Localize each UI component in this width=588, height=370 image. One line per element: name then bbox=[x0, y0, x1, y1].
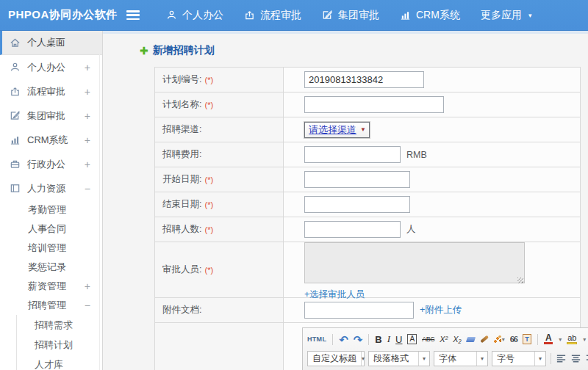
paste-text-button[interactable]: T bbox=[523, 334, 532, 344]
caret-down-icon[interactable]: ▾ bbox=[583, 336, 586, 343]
page-title: 新增招聘计划 bbox=[153, 44, 215, 57]
form-row-start-date: 开始日期: (*) bbox=[155, 167, 580, 192]
highlight-button[interactable]: ab bbox=[567, 334, 577, 344]
required-mark: (*) bbox=[204, 76, 213, 84]
expand-icon[interactable]: + bbox=[85, 110, 90, 122]
sidebar-item-rewards[interactable]: 奖惩记录 bbox=[0, 258, 102, 277]
approvers-textarea[interactable] bbox=[304, 242, 525, 283]
select-placeholder: 请选择渠道 bbox=[309, 123, 356, 137]
nav-item-workflow-approval[interactable]: 流程审批 bbox=[244, 9, 301, 22]
sidebar-item-recruit-mgmt[interactable]: 招聘管理 − bbox=[0, 296, 102, 315]
form-row-end-date: 结束日期: (*) bbox=[155, 192, 580, 217]
expand-icon[interactable]: + bbox=[85, 62, 90, 73]
field-label: 招聘人数: bbox=[162, 223, 201, 236]
auto-typeset-button[interactable]: A bbox=[407, 334, 417, 344]
sidebar-item-recruit-demand[interactable]: 招聘需求 bbox=[17, 315, 102, 335]
nav-label: 更多应用 bbox=[481, 9, 522, 22]
nav-item-more-apps[interactable]: 更多应用 ▾ bbox=[481, 9, 532, 22]
sidebar-item-desktop[interactable]: 个人桌面 bbox=[0, 31, 102, 55]
nav-item-group-approval[interactable]: 集团审批 bbox=[322, 9, 379, 22]
end-date-input[interactable] bbox=[304, 196, 410, 213]
channel-select[interactable]: 请选择渠道 ▼ bbox=[304, 122, 370, 138]
bold-button[interactable]: B bbox=[375, 334, 381, 345]
undo-icon[interactable]: ↶ bbox=[339, 334, 348, 345]
sidebar-item-hr[interactable]: 人力资源 − bbox=[0, 176, 102, 200]
strikethrough-button[interactable]: ABC bbox=[422, 335, 434, 343]
headcount-input[interactable] bbox=[304, 221, 401, 238]
redo-icon[interactable]: ↷ bbox=[354, 334, 363, 345]
sidebar-item-group-approval[interactable]: 集团审批 + bbox=[0, 104, 102, 128]
attachment-upload-link[interactable]: +附件上传 bbox=[420, 304, 462, 316]
align-center-icon[interactable] bbox=[570, 353, 581, 364]
briefcase-icon bbox=[10, 159, 21, 170]
sidebar-item-workflow-approval[interactable]: 流程审批 + bbox=[0, 79, 102, 104]
superscript-button[interactable]: X² bbox=[440, 335, 448, 344]
nav-label: CRM系统 bbox=[416, 9, 460, 22]
edit-icon bbox=[10, 110, 21, 121]
required-mark: (*) bbox=[204, 200, 213, 209]
brush-icon[interactable] bbox=[480, 338, 489, 341]
nav-label: 流程审批 bbox=[260, 9, 301, 22]
required-mark: (*) bbox=[204, 225, 213, 234]
sidebar-item-recruit-plan[interactable]: 招聘计划 bbox=[17, 335, 102, 355]
blockquote-button[interactable]: 66 bbox=[510, 334, 517, 345]
nav-item-personal-office[interactable]: 个人办公 bbox=[166, 9, 223, 22]
field-label: 结束日期: bbox=[162, 198, 201, 211]
flow-share-icon bbox=[10, 86, 21, 97]
sidebar-item-salary[interactable]: 薪资管理 + bbox=[0, 277, 102, 296]
sidebar-item-crm[interactable]: CRM系统 + bbox=[0, 128, 102, 152]
cost-input[interactable] bbox=[304, 146, 401, 163]
sidebar-item-attendance[interactable]: 考勤管理 bbox=[0, 200, 102, 220]
resize-handle-icon[interactable] bbox=[517, 278, 523, 283]
book-icon bbox=[10, 183, 21, 194]
caret-down-icon: ▾ bbox=[361, 352, 365, 366]
expand-icon[interactable]: + bbox=[85, 159, 90, 170]
underline-button[interactable]: U bbox=[395, 334, 402, 345]
plan-number-input[interactable] bbox=[304, 71, 424, 88]
field-label: 招聘渠道: bbox=[162, 123, 201, 136]
source-code-button[interactable]: HTML bbox=[307, 335, 326, 343]
collapse-icon[interactable]: − bbox=[85, 183, 90, 195]
align-right-icon[interactable] bbox=[585, 353, 588, 364]
caret-down-icon[interactable]: ▾ bbox=[559, 336, 562, 343]
eraser-icon[interactable] bbox=[467, 337, 475, 342]
attachment-input[interactable] bbox=[304, 302, 414, 319]
edit-icon bbox=[322, 10, 333, 21]
field-label: 开始日期: bbox=[162, 173, 201, 186]
custom-title-dropdown[interactable]: 自定义标题 ▾ bbox=[307, 351, 365, 366]
expand-icon[interactable]: + bbox=[85, 134, 90, 146]
paragraph-format-dropdown[interactable]: 段落格式 ▾ bbox=[368, 351, 430, 366]
editor-toolbar: HTML ↶ ↷ B I U A ABC bbox=[303, 328, 588, 370]
nav-label: 个人办公 bbox=[182, 9, 223, 22]
font-family-dropdown[interactable]: 字体 ▾ bbox=[434, 351, 488, 366]
sidebar-item-talent-pool[interactable]: 人才库 bbox=[17, 355, 102, 370]
required-mark: (*) bbox=[204, 175, 213, 184]
nav-item-crm[interactable]: CRM系统 bbox=[400, 9, 460, 22]
collapse-icon[interactable]: − bbox=[85, 300, 90, 311]
font-size-dropdown[interactable]: 字号 ▾ bbox=[492, 351, 546, 366]
plan-name-input[interactable] bbox=[304, 96, 444, 113]
italic-button[interactable]: I bbox=[387, 333, 390, 345]
sidebar-item-hr-contract[interactable]: 人事合同 bbox=[0, 220, 102, 239]
field-label: 审批人员: bbox=[162, 264, 201, 276]
form-row-approvers: 审批人员: (*) +选择审批人员 bbox=[155, 242, 580, 298]
form-row-plan-number: 计划编号: (*) bbox=[155, 68, 580, 92]
form-row-channel: 招聘渠道: 请选择渠道 ▼ bbox=[155, 117, 580, 142]
font-color-button[interactable]: A bbox=[544, 334, 553, 344]
sidebar-item-training[interactable]: 培训管理 bbox=[0, 239, 102, 258]
caret-down-icon: ▾ bbox=[418, 352, 429, 366]
app-window: PHPOA协同办公软件 个人办公 流程审批 集团审批 bbox=[0, 0, 588, 370]
main-content: ✚ 新增招聘计划 计划编号: (*) 计划名称: (*) bbox=[103, 31, 588, 370]
sidebar-item-personal-office[interactable]: 个人办公 + bbox=[0, 55, 102, 79]
app-logo: PHPOA协同办公软件 bbox=[0, 8, 126, 22]
bar-chart-icon bbox=[10, 134, 21, 145]
sidebar-item-admin-office[interactable]: 行政办公 + bbox=[0, 152, 102, 176]
expand-icon[interactable]: + bbox=[85, 86, 90, 98]
expand-icon[interactable]: + bbox=[85, 280, 90, 292]
start-date-input[interactable] bbox=[304, 171, 410, 188]
align-left-icon[interactable] bbox=[556, 353, 567, 364]
menu-icon[interactable] bbox=[126, 10, 140, 20]
field-label: 计划名称: bbox=[162, 98, 201, 111]
subscript-button[interactable]: X₂ bbox=[453, 335, 462, 344]
format-painter-icon[interactable]: ▾ bbox=[494, 335, 505, 343]
